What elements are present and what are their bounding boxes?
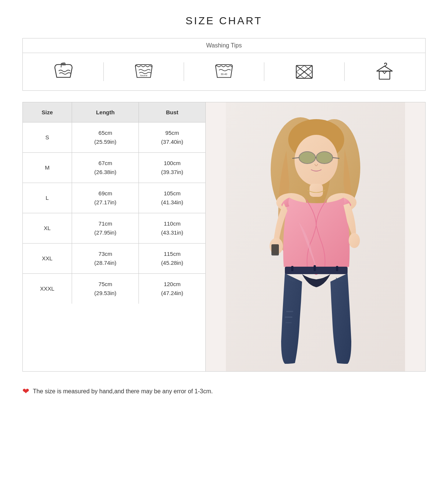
footer-note-text: The size is measured by hand,and there m… — [33, 388, 213, 395]
cell-length: 75cm (29.53in) — [72, 274, 139, 304]
svg-text:30-40: 30-40 — [221, 73, 227, 75]
cell-bust: 95cm (37.40in) — [139, 123, 205, 153]
separator-2 — [184, 62, 184, 81]
cell-bust: 105cm (41.34in) — [139, 183, 205, 213]
table-row: L69cm (27.17in)105cm (41.34in) — [23, 183, 205, 213]
cell-size: L — [23, 183, 72, 213]
svg-rect-9 — [379, 71, 390, 79]
svg-point-15 — [299, 152, 315, 164]
cell-length: 71cm (27.95in) — [72, 213, 139, 244]
neutral-wash-icon: Neutral — [133, 62, 155, 81]
table-row: XXXL75cm (29.53in)120cm (47.24in) — [23, 274, 205, 304]
main-content-area: Size Length Bust S65cm (25.59in)95cm (37… — [22, 102, 426, 372]
cell-size: XXXL — [23, 274, 72, 304]
col-header-bust: Bust — [139, 102, 205, 123]
cell-bust: 110cm (43.31in) — [139, 213, 205, 244]
svg-rect-32 — [271, 244, 279, 255]
cell-bust: 120cm (47.24in) — [139, 274, 205, 304]
washing-tips-header: Washing Tips — [23, 38, 425, 53]
hang-dry-icon — [373, 62, 396, 81]
no-bleach-icon — [293, 62, 315, 81]
table-row: XXL73cm (28.74in)115cm (45.28in) — [23, 244, 205, 274]
separator-3 — [264, 62, 264, 81]
col-header-length: Length — [72, 102, 139, 123]
cell-size: XL — [23, 213, 72, 244]
svg-rect-29 — [291, 266, 293, 271]
col-header-size: Size — [23, 102, 72, 123]
hand-wash-icon — [52, 62, 75, 81]
heart-icon: ❤ — [22, 387, 29, 396]
table-header-row: Size Length Bust — [23, 102, 205, 123]
table-row: S65cm (25.59in)95cm (37.40in) — [23, 123, 205, 153]
cell-length: 73cm (28.74in) — [72, 244, 139, 274]
cell-length: 65cm (25.59in) — [72, 123, 139, 153]
svg-rect-31 — [336, 266, 338, 271]
cell-bust: 100cm (39.37in) — [139, 153, 205, 183]
cell-size: S — [23, 123, 72, 153]
table-row: XL71cm (27.95in)110cm (43.31in) — [23, 213, 205, 244]
svg-text:Neutral: Neutral — [140, 74, 147, 77]
model-image-area — [206, 102, 425, 371]
footer-note: ❤ The size is measured by hand,and there… — [22, 383, 426, 400]
size-table: Size Length Bust S65cm (25.59in)95cm (37… — [23, 102, 205, 304]
separator-1 — [103, 62, 104, 81]
model-illustration — [226, 102, 405, 371]
cell-bust: 115cm (45.28in) — [139, 244, 205, 274]
table-row: M67cm (26.38in)100cm (39.37in) — [23, 153, 205, 183]
size-table-wrapper: Size Length Bust S65cm (25.59in)95cm (37… — [23, 102, 206, 371]
cell-size: XXL — [23, 244, 72, 274]
temp-wash-icon: 30-40 — [213, 62, 235, 81]
cell-length: 69cm (27.17in) — [72, 183, 139, 213]
separator-4 — [344, 62, 345, 81]
svg-rect-20 — [309, 184, 323, 197]
cell-length: 67cm (26.38in) — [72, 153, 139, 183]
cell-size: M — [23, 153, 72, 183]
page-title: SIZE CHART — [186, 15, 262, 27]
svg-point-23 — [349, 233, 360, 248]
svg-rect-30 — [314, 265, 316, 271]
washing-tips-section: Washing Tips — [22, 38, 426, 91]
washing-icons-row: Neutral 30-40 — [23, 53, 425, 90]
svg-point-16 — [316, 152, 333, 164]
